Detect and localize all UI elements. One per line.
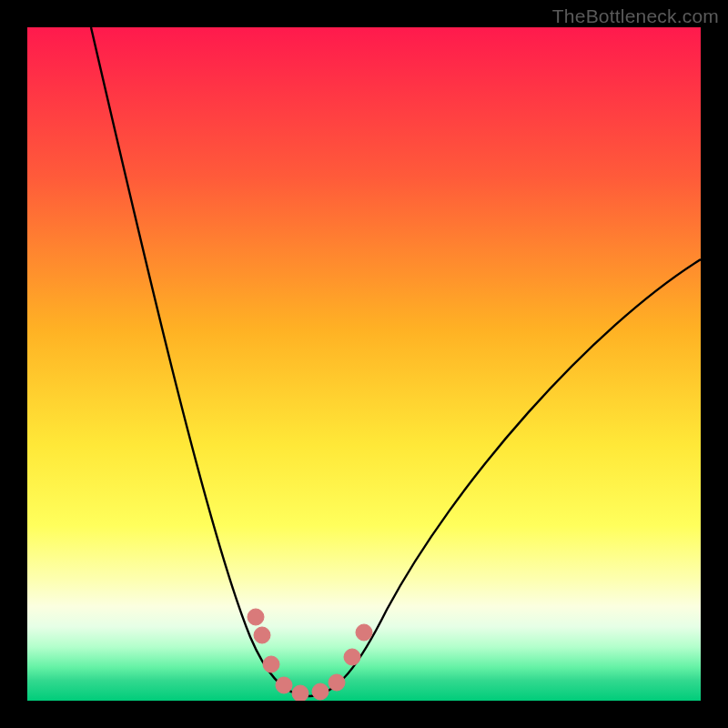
curve-layer <box>27 27 701 701</box>
curve-marker <box>248 609 264 625</box>
curve-marker <box>254 627 270 643</box>
curve-marker <box>312 683 329 700</box>
bottleneck-curve <box>91 27 701 696</box>
curve-marker <box>329 674 345 691</box>
curve-marker <box>263 656 279 672</box>
curve-marker <box>356 624 372 641</box>
plot-frame <box>27 27 701 701</box>
curve-marker <box>292 685 308 701</box>
marker-group <box>248 609 372 701</box>
watermark-text: TheBottleneck.com <box>552 5 719 27</box>
curve-marker <box>276 677 292 693</box>
curve-marker <box>344 649 360 665</box>
